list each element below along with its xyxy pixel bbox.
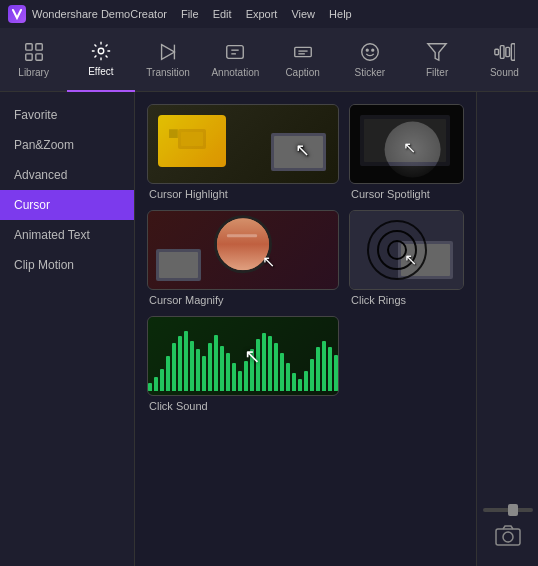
effects-grid: ↖ Cursor Highlight ↖ Cu bbox=[147, 104, 464, 412]
toolbar-sticker[interactable]: Sticker bbox=[336, 28, 403, 92]
sidebar-item-cursor[interactable]: Cursor bbox=[0, 190, 134, 220]
right-panel bbox=[476, 92, 538, 566]
svg-marker-16 bbox=[428, 44, 446, 61]
sound-bar bbox=[316, 347, 320, 391]
sound-bar bbox=[196, 349, 200, 391]
toolbar-transition[interactable]: Transition bbox=[135, 28, 202, 92]
effect-click-sound-thumb: ↖ bbox=[147, 316, 339, 396]
toolbar-filter[interactable]: Filter bbox=[404, 28, 471, 92]
toolbar-effect-label: Effect bbox=[88, 66, 113, 77]
effect-cursor-spotlight[interactable]: ↖ Cursor Spotlight bbox=[349, 104, 464, 200]
sound-bar bbox=[154, 377, 158, 391]
toolbar-effect[interactable]: Effect bbox=[67, 28, 134, 92]
svg-rect-7 bbox=[227, 46, 244, 59]
sound-bar bbox=[166, 356, 170, 391]
sound-bar bbox=[238, 371, 242, 391]
sound-bar bbox=[292, 373, 296, 391]
menu-view[interactable]: View bbox=[291, 8, 315, 20]
effect-cursor-magnify-thumb: ↖ bbox=[147, 210, 339, 290]
sound-wave bbox=[148, 331, 338, 391]
sound-bar bbox=[220, 346, 224, 391]
sound-bar bbox=[214, 335, 218, 391]
sidebar: Favorite Pan&Zoom Advanced Cursor Animat… bbox=[0, 92, 135, 566]
menu-export[interactable]: Export bbox=[246, 8, 278, 20]
effect-click-rings-thumb: ↖ bbox=[349, 210, 464, 290]
sound-bar bbox=[226, 353, 230, 391]
effect-cursor-highlight-label: Cursor Highlight bbox=[147, 188, 339, 200]
svg-rect-22 bbox=[181, 132, 203, 146]
sidebar-item-advanced[interactable]: Advanced bbox=[0, 160, 134, 190]
camera-button[interactable] bbox=[495, 524, 521, 550]
panel-controls bbox=[483, 508, 533, 550]
click-sound-cursor-icon: ↖ bbox=[244, 344, 261, 368]
sound-bar bbox=[202, 356, 206, 391]
effect-cursor-magnify[interactable]: ↖ Cursor Magnify bbox=[147, 210, 339, 306]
sound-bar bbox=[280, 353, 284, 391]
svg-point-24 bbox=[503, 532, 513, 542]
sound-bar bbox=[148, 383, 152, 391]
menu-help[interactable]: Help bbox=[329, 8, 352, 20]
effect-click-rings-label: Click Rings bbox=[349, 294, 464, 306]
sound-bar bbox=[208, 343, 212, 391]
app-logo bbox=[8, 5, 26, 23]
toolbar-caption-label: Caption bbox=[285, 67, 319, 78]
sound-bar bbox=[190, 341, 194, 391]
toolbar-sticker-label: Sticker bbox=[355, 67, 386, 78]
toolbar-annotation[interactable]: Annotation bbox=[202, 28, 269, 92]
sound-bar bbox=[178, 336, 182, 391]
svg-rect-10 bbox=[294, 47, 311, 56]
toolbar-sound[interactable]: Sound bbox=[471, 28, 538, 92]
sound-bar bbox=[172, 343, 176, 391]
sound-bar bbox=[268, 336, 272, 391]
sound-bar bbox=[232, 363, 236, 391]
sidebar-item-clip-motion[interactable]: Clip Motion bbox=[0, 250, 134, 280]
sound-bar bbox=[304, 371, 308, 391]
toolbar-filter-label: Filter bbox=[426, 67, 448, 78]
svg-point-13 bbox=[362, 44, 379, 61]
effect-click-sound[interactable]: ↖ Click Sound bbox=[147, 316, 339, 412]
menu-file[interactable]: File bbox=[181, 8, 199, 20]
toolbar-sound-label: Sound bbox=[490, 67, 519, 78]
cursor-highlight-cursor-icon: ↖ bbox=[295, 139, 310, 161]
main-area: Favorite Pan&Zoom Advanced Cursor Animat… bbox=[0, 92, 538, 566]
click-rings-cursor-icon: ↖ bbox=[404, 250, 417, 269]
sound-bar bbox=[334, 355, 338, 391]
svg-rect-20 bbox=[512, 44, 516, 61]
menu-edit[interactable]: Edit bbox=[213, 8, 232, 20]
svg-point-4 bbox=[98, 48, 104, 54]
sound-bar bbox=[184, 331, 188, 391]
effect-click-sound-label: Click Sound bbox=[147, 400, 339, 412]
sound-bar bbox=[160, 369, 164, 391]
effect-click-rings[interactable]: ↖ Click Rings bbox=[349, 210, 464, 306]
menu-bar: File Edit Export View Help bbox=[181, 8, 352, 20]
svg-rect-0 bbox=[25, 44, 31, 50]
svg-rect-17 bbox=[495, 49, 499, 55]
sound-bar bbox=[322, 341, 326, 391]
titlebar: Wondershare DemoCreator File Edit Export… bbox=[0, 0, 538, 28]
toolbar-annotation-label: Annotation bbox=[211, 67, 259, 78]
effect-cursor-magnify-label: Cursor Magnify bbox=[147, 294, 339, 306]
effect-cursor-spotlight-thumb: ↖ bbox=[349, 104, 464, 184]
toolbar: Library Effect Transition Annotation C bbox=[0, 28, 538, 92]
toolbar-library[interactable]: Library bbox=[0, 28, 67, 92]
sound-bar bbox=[310, 359, 314, 391]
effect-cursor-highlight[interactable]: ↖ Cursor Highlight bbox=[147, 104, 339, 200]
effects-content: ↖ Cursor Highlight ↖ Cu bbox=[135, 92, 476, 566]
zoom-slider[interactable] bbox=[483, 508, 533, 512]
sidebar-item-animated-text[interactable]: Animated Text bbox=[0, 220, 134, 250]
sound-bar bbox=[262, 333, 266, 391]
toolbar-library-label: Library bbox=[18, 67, 49, 78]
sound-bar bbox=[274, 343, 278, 391]
sidebar-item-favorite[interactable]: Favorite bbox=[0, 100, 134, 130]
sidebar-item-pan-zoom[interactable]: Pan&Zoom bbox=[0, 130, 134, 160]
sound-bar bbox=[328, 347, 332, 391]
svg-point-14 bbox=[366, 49, 368, 51]
app-name: Wondershare DemoCreator bbox=[32, 8, 167, 20]
svg-rect-2 bbox=[25, 54, 31, 60]
toolbar-caption[interactable]: Caption bbox=[269, 28, 336, 92]
cursor-magnify-cursor-icon: ↖ bbox=[262, 252, 275, 271]
effect-cursor-spotlight-label: Cursor Spotlight bbox=[349, 188, 464, 200]
svg-rect-18 bbox=[501, 46, 505, 59]
effect-cursor-highlight-thumb: ↖ bbox=[147, 104, 339, 184]
svg-point-15 bbox=[372, 49, 374, 51]
